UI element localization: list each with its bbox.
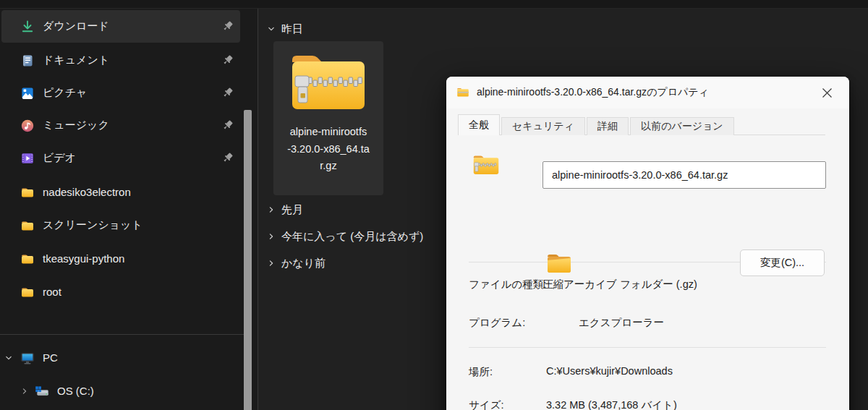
separator bbox=[469, 347, 826, 348]
sidebar-item-label: nadesiko3electron bbox=[43, 186, 131, 198]
music-icon bbox=[20, 119, 35, 133]
file-type-value: 圧縮アーカイブ フォルダー (.gz) bbox=[542, 278, 697, 291]
chevron-right-icon[interactable] bbox=[265, 204, 277, 215]
chevron-down-icon[interactable] bbox=[3, 352, 14, 364]
dialog-titlebar: alpine-minirootfs-3.20.0-x86_64.tar.gzのプ… bbox=[446, 77, 849, 108]
tab-security[interactable]: セキュリティ bbox=[501, 117, 585, 135]
group-header-last-month[interactable]: 先月 bbox=[265, 200, 303, 220]
sidebar-item-pc[interactable]: PC bbox=[1, 341, 240, 374]
sidebar-item-label: ダウンロード bbox=[43, 20, 109, 33]
close-icon bbox=[822, 87, 833, 98]
location-value: C:¥Users¥kujir¥Downloads bbox=[546, 365, 673, 377]
pane-divider[interactable] bbox=[258, 9, 258, 410]
sidebar-item-label: ビデオ bbox=[43, 151, 76, 165]
tab-general[interactable]: 全般 bbox=[458, 114, 500, 135]
pictures-icon bbox=[20, 86, 35, 101]
drive-icon bbox=[35, 384, 49, 398]
program-label: プログラム: bbox=[469, 316, 525, 330]
group-header-earlier-this-year[interactable]: 今年に入って (今月は含めず) bbox=[265, 226, 423, 247]
toolbar-bottom-edge bbox=[0, 0, 868, 9]
sidebar-item-label: tkeasygui-python bbox=[43, 252, 124, 265]
chevron-right-icon[interactable] bbox=[265, 231, 277, 242]
sidebar-item-downloads[interactable]: ダウンロード bbox=[1, 10, 240, 43]
pin-icon bbox=[221, 86, 234, 99]
chevron-right-icon[interactable] bbox=[265, 257, 277, 269]
pin-icon bbox=[221, 20, 234, 33]
group-header-yesterday[interactable]: 昨日 bbox=[265, 19, 303, 39]
sidebar-item-nadesiko3electron[interactable]: nadesiko3electron bbox=[1, 176, 240, 208]
program-value: エクスプローラー bbox=[579, 316, 664, 330]
sidebar-item-music[interactable]: ミュージック bbox=[1, 109, 240, 142]
properties-dialog: alpine-minirootfs-3.20.0-x86_64.tar.gzのプ… bbox=[446, 77, 849, 410]
download-icon bbox=[20, 20, 35, 34]
chevron-right-icon[interactable] bbox=[19, 385, 30, 397]
close-button[interactable] bbox=[816, 82, 838, 103]
change-program-button[interactable]: 変更(C)... bbox=[740, 249, 825, 276]
folder-icon bbox=[20, 185, 35, 200]
folder-icon bbox=[20, 252, 35, 266]
group-label: 今年に入って (今月は含めず) bbox=[281, 230, 423, 244]
pin-icon bbox=[221, 119, 234, 132]
sidebar-item-documents[interactable]: ドキュメント bbox=[1, 44, 240, 77]
size-value: 3.32 MB (3,487,168 バイト) bbox=[546, 398, 677, 410]
file-type-label: ファイルの種類: bbox=[469, 278, 546, 291]
group-label: かなり前 bbox=[281, 257, 326, 270]
folder-icon bbox=[20, 285, 35, 299]
location-label: 場所: bbox=[469, 365, 493, 379]
sidebar-item-label: ピクチャ bbox=[43, 86, 87, 100]
video-icon bbox=[20, 151, 35, 166]
general-tab-page: ファイルの種類: 圧縮アーカイブ フォルダー (.gz) プログラム: エクスプ… bbox=[446, 135, 849, 410]
sidebar-item-label: root bbox=[43, 286, 61, 298]
file-name-label: alpine-minirootfs -3.20.0-x86_64.ta r.gz bbox=[287, 124, 370, 175]
sidebar-item-label: PC bbox=[43, 351, 58, 364]
sidebar-scrollbar-thumb[interactable] bbox=[244, 110, 252, 410]
group-label: 昨日 bbox=[281, 22, 303, 36]
explorer-window: ダウンロード ドキュメント bbox=[0, 0, 868, 410]
dialog-title: alpine-minirootfs-3.20.0-x86_64.tar.gzのプ… bbox=[477, 86, 709, 99]
sidebar-item-tkeasygui-python[interactable]: tkeasygui-python bbox=[1, 242, 240, 275]
file-tile-alpine-minirootfs[interactable]: alpine-minirootfs -3.20.0-x86_64.ta r.gz bbox=[273, 41, 383, 195]
sidebar-item-os-c[interactable]: OS (C:) bbox=[1, 375, 240, 407]
zipped-folder-icon bbox=[286, 50, 371, 116]
sidebar-item-videos[interactable]: ビデオ bbox=[1, 142, 240, 174]
chevron-down-icon[interactable] bbox=[265, 23, 277, 35]
sidebar-item-root[interactable]: root bbox=[1, 276, 240, 308]
group-label: 先月 bbox=[281, 203, 303, 217]
pin-icon bbox=[221, 54, 234, 67]
sidebar-item-label: スクリーンショット bbox=[43, 218, 142, 232]
folder-icon bbox=[20, 218, 35, 233]
document-icon bbox=[20, 54, 35, 68]
sidebar-separator bbox=[0, 334, 246, 335]
file-name-input[interactable] bbox=[542, 161, 826, 189]
tab-previous-versions[interactable]: 以前のバージョン bbox=[630, 117, 734, 135]
zipped-folder-icon-small bbox=[456, 87, 469, 98]
dialog-tabstrip: 全般 セキュリティ 詳細 以前のバージョン bbox=[458, 114, 837, 135]
sidebar-item-screenshots[interactable]: スクリーンショット bbox=[1, 209, 240, 242]
zipped-folder-icon-medium bbox=[472, 152, 501, 179]
sidebar-item-label: ドキュメント bbox=[43, 54, 109, 67]
explorer-icon bbox=[546, 251, 572, 275]
sidebar-item-label: ミュージック bbox=[43, 119, 109, 132]
pc-icon bbox=[20, 351, 35, 365]
size-label: サイズ: bbox=[469, 398, 504, 410]
tab-details[interactable]: 詳細 bbox=[587, 117, 629, 135]
sidebar-item-label: OS (C:) bbox=[57, 385, 94, 397]
navigation-pane: ダウンロード ドキュメント bbox=[0, 9, 258, 410]
group-header-long-ago[interactable]: かなり前 bbox=[265, 253, 326, 273]
pin-icon bbox=[221, 151, 234, 164]
sidebar-item-pictures[interactable]: ピクチャ bbox=[1, 77, 240, 109]
